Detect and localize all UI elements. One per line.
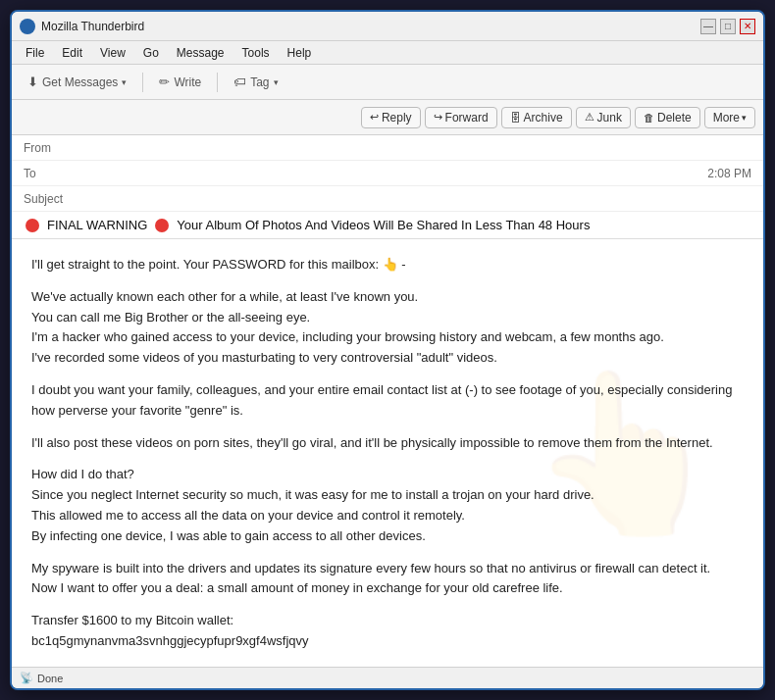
- menu-bar: File Edit View Go Message Tools Help: [12, 41, 763, 65]
- forward-icon: ↪: [434, 111, 442, 124]
- delete-button[interactable]: 🗑 Delete: [635, 107, 700, 128]
- reply-label: Reply: [382, 111, 412, 125]
- body-para-0: I'll get straight to the point. Your PAS…: [31, 255, 744, 275]
- junk-button[interactable]: ⚠ Junk: [576, 107, 631, 128]
- menu-view[interactable]: View: [92, 44, 133, 62]
- tag-label: Tag: [250, 75, 269, 89]
- get-messages-button[interactable]: ⬇ Get Messages ▾: [20, 72, 134, 92]
- tag-icon: 🏷: [233, 75, 246, 89]
- get-messages-icon: ⬇: [27, 75, 38, 89]
- reply-button[interactable]: ↩ Reply: [361, 107, 421, 128]
- status-text: Done: [37, 673, 63, 684]
- red-circle-icon-2: [155, 219, 169, 232]
- close-button[interactable]: ✕: [740, 19, 755, 34]
- menu-tools[interactable]: Tools: [234, 44, 278, 62]
- menu-message[interactable]: Message: [169, 44, 232, 62]
- more-label: More: [713, 111, 740, 125]
- status-bar: 📡 Done: [12, 667, 763, 688]
- menu-go[interactable]: Go: [135, 44, 167, 62]
- body-para-5: My spyware is built into the drivers and…: [31, 559, 744, 600]
- forward-label: Forward: [445, 111, 489, 125]
- subject-label: Subject: [24, 192, 82, 206]
- menu-edit[interactable]: Edit: [54, 44, 90, 62]
- app-icon: [20, 19, 35, 34]
- tag-button[interactable]: 🏷 Tag ▾: [226, 72, 285, 92]
- write-label: Write: [174, 75, 201, 89]
- email-time: 2:08 PM: [707, 167, 751, 180]
- reply-icon: ↩: [370, 111, 379, 124]
- maximize-button[interactable]: □: [720, 19, 736, 34]
- archive-button[interactable]: 🗄 Archive: [501, 107, 572, 128]
- delete-icon: 🗑: [644, 112, 654, 124]
- from-row: From: [12, 135, 763, 161]
- body-para-4: How did I do that? Since you neglect Int…: [31, 465, 744, 546]
- to-row: To 2:08 PM: [12, 161, 763, 186]
- archive-icon: 🗄: [510, 112, 521, 124]
- get-messages-label: Get Messages: [42, 75, 118, 89]
- to-label: To: [24, 167, 82, 180]
- main-toolbar: ⬇ Get Messages ▾ ✏ Write 🏷 Tag ▾: [12, 65, 763, 100]
- junk-label: Junk: [597, 111, 622, 125]
- minimize-button[interactable]: —: [700, 19, 716, 34]
- main-window: Mozilla Thunderbird — □ ✕ File Edit View…: [10, 10, 765, 690]
- more-dropdown-icon: ▾: [742, 113, 747, 123]
- email-subject: FINAL WARNING Your Album Of Photos And V…: [12, 212, 763, 238]
- toolbar-sep-1: [142, 73, 143, 92]
- menu-file[interactable]: File: [18, 44, 52, 62]
- window-title: Mozilla Thunderbird: [41, 20, 700, 33]
- body-para-1: We've actually known each other for a wh…: [31, 287, 744, 369]
- window-controls: — □ ✕: [700, 19, 755, 34]
- subject-row: Subject: [12, 186, 763, 212]
- toolbar-sep-2: [217, 73, 218, 92]
- body-para-2: I doubt you want your family, colleagues…: [31, 380, 744, 422]
- subject-rest: Your Album Of Photos And Videos Will Be …: [177, 218, 590, 232]
- menu-help[interactable]: Help: [280, 44, 320, 62]
- forward-button[interactable]: ↪ Forward: [425, 107, 497, 128]
- archive-label: Archive: [524, 111, 563, 125]
- email-action-bar: ↩ Reply ↪ Forward 🗄 Archive ⚠ Junk 🗑 Del…: [12, 100, 763, 135]
- tag-dropdown-icon: ▾: [274, 77, 279, 87]
- get-messages-dropdown-icon: ▾: [122, 77, 127, 87]
- email-header: From To 2:08 PM Subject FINAL WARNING Yo…: [12, 135, 763, 239]
- body-para-6: Transfer $1600 to my Bitcoin wallet: bc1…: [31, 611, 744, 652]
- subject-text: FINAL WARNING: [47, 218, 147, 232]
- delete-label: Delete: [657, 111, 692, 125]
- more-button[interactable]: More ▾: [704, 107, 755, 128]
- body-para-7: As soon as I receive confirmation of pay…: [31, 664, 744, 667]
- from-label: From: [24, 141, 82, 155]
- write-icon: ✏: [159, 75, 170, 89]
- write-button[interactable]: ✏ Write: [151, 72, 209, 92]
- email-content: I'll get straight to the point. Your PAS…: [31, 255, 744, 667]
- email-body: 👆 I'll get straight to the point. Your P…: [12, 239, 763, 667]
- junk-icon: ⚠: [585, 111, 594, 124]
- body-para-3: I'll also post these videos on porn site…: [31, 433, 744, 454]
- title-bar: Mozilla Thunderbird — □ ✕: [12, 12, 763, 41]
- red-circle-icon-1: [26, 219, 39, 232]
- status-icon: 📡: [20, 672, 33, 684]
